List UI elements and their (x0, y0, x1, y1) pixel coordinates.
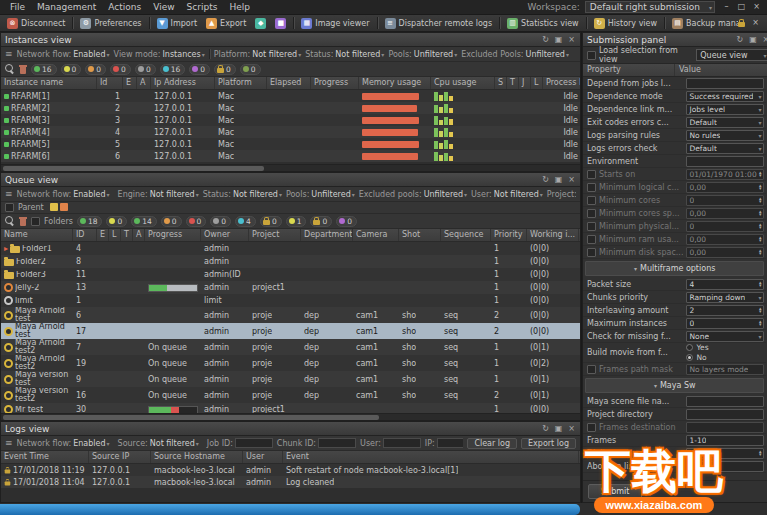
filter-pools[interactable]: Pools:Unfiltered▾ (388, 50, 457, 59)
status-count-chip[interactable]: 0 (161, 216, 182, 227)
text-input[interactable]: No layers mode (686, 364, 764, 375)
spinner-down-icon[interactable]: ▾ (759, 239, 762, 243)
submit-button[interactable]: Submit (588, 484, 642, 499)
spinner-down-icon[interactable]: ▾ (759, 323, 762, 327)
text-input[interactable] (686, 156, 764, 167)
spinner[interactable]: 0▴▾ (686, 318, 764, 329)
column-header-a[interactable]: A (137, 77, 151, 89)
checkbox[interactable] (587, 170, 596, 179)
column-header-sequence[interactable]: Sequence (441, 229, 491, 241)
filter-status[interactable]: Status:Not filtered▾ (203, 190, 282, 199)
checkbox[interactable] (587, 183, 596, 192)
undock-icon[interactable]: ▣ (554, 34, 563, 46)
filter-network-flow[interactable]: Network flow:Enabled▾ (17, 50, 110, 59)
queue-row[interactable]: limit1limit1(0|0) (1, 294, 580, 307)
queue-row[interactable]: Maya version test216On queueadminprojede… (1, 387, 580, 403)
queue-row[interactable]: Maya Arnold test17adminprojedepcam1shose… (1, 323, 580, 339)
toolbar-history-view-button[interactable]: ↻History view (590, 17, 661, 30)
filter-excluded-pools[interactable]: Excluded Pools:Unfiltered▾ (461, 50, 569, 59)
text-input[interactable]: 1-10 (686, 435, 764, 446)
filter-input[interactable] (235, 438, 273, 448)
instance-row[interactable]: RFARM[5]5127.0.0.1MacIdle (1, 138, 580, 150)
spinner-down-icon[interactable]: ▾ (759, 213, 762, 217)
text-input[interactable] (686, 422, 764, 433)
column-header-source-hostname[interactable]: Source Hostname (151, 451, 243, 463)
column-header-memory-usage[interactable]: Memory usage (359, 77, 431, 89)
queue-row[interactable]: Folder311admin(ID1(0|0) (1, 268, 580, 281)
toolbar-export-button[interactable]: ▲Export (202, 17, 250, 30)
menu-view[interactable]: View (147, 2, 180, 12)
parent-checkbox[interactable] (5, 203, 14, 212)
lock-icon[interactable] (738, 22, 745, 27)
search-icon[interactable] (5, 64, 15, 74)
toolbar-disconnect-button[interactable]: ⊗Disconnect (3, 17, 69, 30)
spinner[interactable]: 0,00▴▾ (686, 234, 764, 245)
checkbox[interactable] (587, 209, 596, 218)
spinner[interactable]: 4▴▾ (686, 448, 764, 459)
minimize-button[interactable] (720, 2, 733, 13)
toolbar-image-viewer-button[interactable]: ▦Image viewer (297, 17, 373, 30)
status-count-chip[interactable]: 0 (260, 216, 282, 227)
queue-row[interactable]: Maya Arnold test219On queueadminprojedep… (1, 355, 580, 371)
status-count-chip[interactable]: 18 (77, 216, 103, 227)
status-count-chip[interactable]: 0 (135, 64, 156, 75)
spinner[interactable]: 0,00▴▾ (686, 247, 764, 258)
panel-menu-icon[interactable] (5, 189, 13, 199)
radio-option-no[interactable]: No (686, 353, 764, 362)
filter-job-id[interactable]: Job ID: (207, 438, 273, 448)
column-header-l[interactable]: L (109, 229, 121, 241)
refresh-icon[interactable]: ↻ (541, 423, 550, 435)
clear-log-button[interactable]: Clear log (467, 438, 517, 449)
undock-icon[interactable]: ▣ (748, 34, 757, 46)
filter-ip[interactable]: IP: (425, 438, 464, 448)
spinner-down-icon[interactable]: ▾ (759, 174, 762, 178)
close-icon[interactable]: × (567, 174, 576, 186)
spinner-down-icon[interactable]: ▾ (759, 252, 762, 256)
column-header-event[interactable]: Event (283, 451, 579, 463)
status-count-chip[interactable]: 14 (131, 216, 157, 227)
toolbar-preferences-button[interactable]: ⚙Preferences (76, 17, 145, 30)
close-icon[interactable]: × (761, 34, 767, 46)
menu-scripts[interactable]: Scripts (181, 2, 224, 12)
spinner[interactable]: 0▴▾ (686, 221, 764, 232)
status-count-chip[interactable]: 0 (186, 216, 207, 227)
filter-view-mode[interactable]: View mode:Instances▾ (114, 50, 205, 59)
instances-panel-titlebar[interactable]: Instances view ↻▣× (1, 33, 580, 47)
scrollbar-thumb[interactable] (3, 415, 379, 420)
text-input[interactable] (686, 461, 764, 472)
delete-icon[interactable] (19, 216, 27, 226)
filter-source[interactable]: Source:Not filtered▾ (118, 439, 199, 448)
checkbox[interactable] (587, 365, 596, 374)
dropdown[interactable]: None▾ (686, 331, 764, 342)
text-input[interactable] (686, 409, 764, 420)
horizontal-scrollbar[interactable] (1, 164, 580, 171)
spinner-down-icon[interactable]: ▾ (759, 187, 762, 191)
column-header-id[interactable]: Id (97, 77, 123, 89)
column-header-cpu-usage[interactable]: Cpu usage (431, 77, 495, 89)
instance-row[interactable]: RFARM[3]3127.0.0.1MacIdle (1, 114, 580, 126)
status-count-chip[interactable]: 0 (310, 216, 332, 227)
toolbar-console-icon[interactable]: ■ (271, 17, 290, 30)
radio-option-yes[interactable]: Yes (686, 343, 764, 352)
filter-user[interactable]: User:Not filtered▾ (471, 190, 543, 199)
status-count-chip[interactable]: 0 (336, 216, 357, 227)
view-source-select[interactable]: Queue view ▾ (696, 49, 767, 61)
spinner-down-icon[interactable]: ▾ (759, 200, 762, 204)
column-header-working-i[interactable]: Working i... (527, 229, 579, 241)
dropdown[interactable]: Default▾ (686, 117, 764, 128)
filter-user[interactable]: User: (360, 438, 421, 448)
maximize-button[interactable] (735, 2, 748, 13)
status-count-chip[interactable]: 0 (61, 64, 82, 75)
column-header-project[interactable]: Project (249, 229, 301, 241)
spinner-down-icon[interactable]: ▾ (759, 226, 762, 230)
scrollbar-thumb[interactable] (3, 166, 264, 171)
menu-actions[interactable]: Actions (102, 2, 147, 12)
status-count-chip[interactable]: 1 (286, 216, 307, 227)
filter-platform[interactable]: Platform:Not filtered▾ (214, 50, 301, 59)
checkbox[interactable] (587, 248, 596, 257)
column-header-l[interactable]: L (531, 77, 543, 89)
toolbar-submit-job-icon[interactable]: ◆ (251, 17, 270, 30)
section-header-maya-sw[interactable]: ▾Maya Sw (585, 378, 764, 393)
filter-network-flow[interactable]: Network flow:Enabled▾ (17, 190, 110, 199)
spinner[interactable]: 0▴▾ (686, 195, 764, 206)
